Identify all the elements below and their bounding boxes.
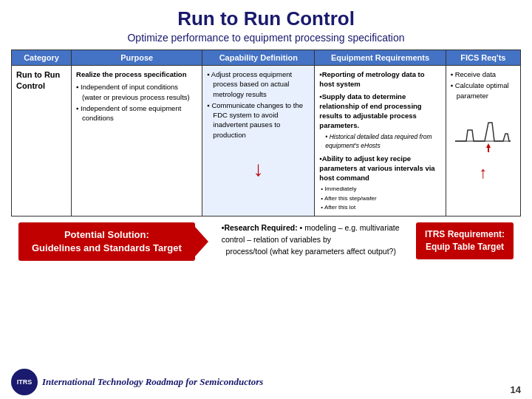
logo-text: International Technology Roadmap for Sem…: [42, 376, 263, 388]
cell-fics: Receive data Calculate optimal parameter: [446, 66, 520, 216]
research-section: •Research Required: • modeling – e.g. mu…: [222, 222, 403, 257]
eq-sub-3: After this lot: [325, 203, 440, 211]
cell-purpose: Realize the process specification Indepe…: [72, 66, 202, 216]
logo-circle-text: ITRS: [17, 378, 33, 386]
itrs-requirement-box: ITRS Requirement: Equip Table Target: [416, 222, 514, 259]
potential-solution-text: Potential Solution: Guidelines and Stand…: [32, 229, 182, 253]
waveform-svg: [451, 115, 514, 156]
header-capability: Capability Definition: [202, 50, 315, 66]
cell-capability: Adjust process equipment process based o…: [202, 66, 315, 216]
header-fics: FICS Req'ts: [446, 50, 520, 66]
purpose-bullet-1: Independent of input conditions (water o…: [82, 82, 197, 102]
potential-solution-box: Potential Solution: Guidelines and Stand…: [18, 222, 195, 261]
fics-waveform: [451, 115, 516, 158]
research-title: •Research Required:: [222, 223, 298, 232]
header-category: Category: [12, 50, 72, 66]
eq-sub-1: Immediately: [325, 185, 440, 193]
itrs-logo-circle: ITRS: [11, 369, 38, 395]
main-table: Category Purpose Capability Definition E…: [11, 50, 521, 216]
eq-req-3: ▪Ability to adjust key recipe parameters…: [319, 154, 440, 183]
itrs-requirement-text: ITRS Requirement: Equip Table Target: [425, 229, 505, 252]
potential-solution-area: Potential Solution: Guidelines and Stand…: [18, 222, 208, 261]
fics-bullet-2: Calculate optimal parameter: [457, 81, 516, 100]
eq-req-note: • Historical detailed data required from…: [325, 133, 440, 151]
capability-bullet-1: Adjust process equipment process based o…: [213, 69, 310, 99]
fics-bullet-1: Receive data: [457, 69, 516, 79]
page-number: 14: [511, 384, 521, 395]
capability-arrow-area: ↓: [207, 154, 310, 183]
page-container: Run to Run Control Optimize performance …: [0, 0, 532, 399]
purpose-bullet-2: Independent of some equipment conditions: [82, 103, 197, 123]
svg-marker-2: [486, 143, 491, 148]
logo-area: ITRS International Technology Roadmap fo…: [11, 369, 263, 395]
header-purpose: Purpose: [72, 50, 202, 66]
table-row: Run to RunControl Realize the process sp…: [12, 66, 521, 216]
fics-arrow-right: ↑: [451, 162, 516, 185]
eq-sub-2: After this step/wafer: [325, 194, 440, 202]
header-equipment: Equipment Requirements: [315, 50, 446, 66]
purpose-main: Realize the process specification: [76, 69, 197, 79]
eq-req-2: ▪Supply data to determine relationship o…: [319, 92, 440, 131]
capability-bullet-2: Communicate changes to the FDC system to…: [213, 100, 310, 140]
cell-equipment: ▪Reporting of metrology data to host sys…: [315, 66, 446, 216]
page-title: Run to Run Control: [11, 7, 521, 30]
category-label: Run to RunControl: [16, 70, 60, 90]
eq-req-1: ▪Reporting of metrology data to host sys…: [319, 69, 440, 89]
page-subtitle: Optimize performance to equipment proces…: [11, 32, 521, 44]
bottom-section: Potential Solution: Guidelines and Stand…: [11, 222, 521, 261]
cell-category: Run to RunControl: [12, 66, 72, 216]
potential-solution-arrow: [195, 227, 208, 256]
